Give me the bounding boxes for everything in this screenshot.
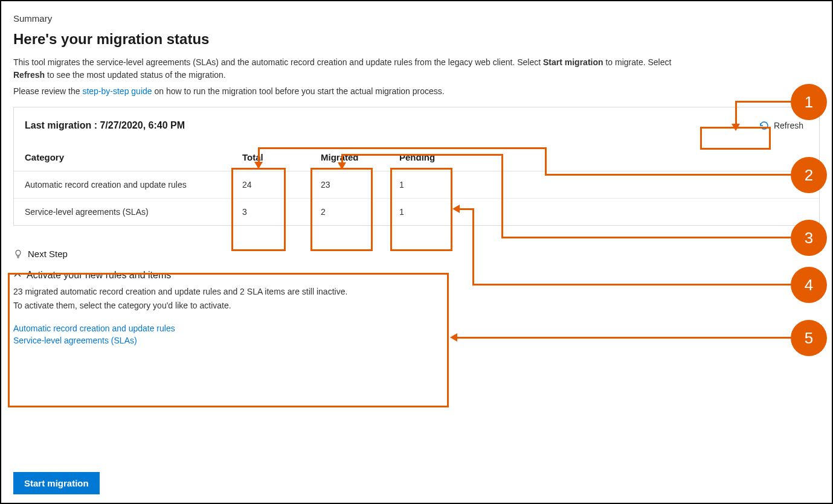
annotation-circle-4: 4 (791, 267, 827, 303)
refresh-button-label: Refresh (774, 121, 803, 130)
table-row: Automatic record creation and update rul… (14, 171, 819, 199)
description-text: This tool migrates the service-level agr… (13, 56, 820, 81)
link-arc-rules[interactable]: Automatic record creation and update rul… (13, 323, 820, 335)
col-category: Category (14, 144, 231, 171)
guide-pre: Please review the (13, 86, 82, 96)
col-migrated: Migrated (310, 144, 388, 171)
migration-status-card: Last migration : 7/27/2020, 6:40 PM Refr… (13, 107, 820, 226)
desc-bold-start: Start migration (543, 57, 603, 67)
migration-status-table: Category Total Migrated Pending Automati… (14, 144, 819, 225)
desc-mid: to migrate. Select (603, 57, 672, 67)
last-migration-label: Last migration : 7/27/2020, 6:40 PM (25, 120, 185, 131)
activate-title: Activate your new rules and items (27, 270, 171, 281)
guide-post: on how to run the migration tool before … (152, 86, 445, 96)
cell-pending: 1 (388, 171, 467, 199)
annotation-circle-1: 1 (791, 84, 827, 120)
next-step-section: Next Step Activate your new rules and it… (13, 244, 820, 346)
cell-migrated: 23 (310, 171, 388, 199)
col-total: Total (231, 144, 310, 171)
summary-label: Summary (13, 13, 820, 24)
activate-line1: 23 migrated automatic record creation an… (13, 285, 820, 298)
desc-pre: This tool migrates the service-level agr… (13, 57, 543, 67)
activate-toggle[interactable]: Activate your new rules and items (13, 270, 820, 281)
desc-post: to see the most updated status of the mi… (45, 70, 226, 80)
desc-bold-refresh: Refresh (13, 70, 45, 80)
chevron-up-icon (13, 271, 22, 279)
annotation-circle-2: 2 (791, 157, 827, 193)
cell-migrated: 2 (310, 199, 388, 226)
annotation-circle-5: 5 (791, 320, 827, 356)
col-pending: Pending (388, 144, 467, 171)
step-by-step-guide-link[interactable]: step-by-step guide (82, 86, 152, 96)
table-row: Service-level agreements (SLAs) 3 2 1 (14, 199, 819, 226)
next-step-label: Next Step (28, 249, 68, 259)
start-migration-button[interactable]: Start migration (13, 472, 100, 494)
cell-total: 3 (231, 199, 310, 226)
lightbulb-icon (13, 249, 23, 259)
guide-text: Please review the step-by-step guide on … (13, 86, 820, 96)
page-title: Here's your migration status (13, 31, 820, 48)
activate-line2: To activate them, select the category yo… (13, 299, 820, 312)
cell-category: Automatic record creation and update rul… (14, 171, 231, 199)
cell-category: Service-level agreements (SLAs) (14, 199, 231, 226)
refresh-button[interactable]: Refresh (754, 118, 808, 133)
cell-total: 24 (231, 171, 310, 199)
refresh-icon (759, 121, 769, 130)
annotation-circle-3: 3 (791, 220, 827, 256)
link-sla[interactable]: Service-level agreements (SLAs) (13, 335, 820, 347)
